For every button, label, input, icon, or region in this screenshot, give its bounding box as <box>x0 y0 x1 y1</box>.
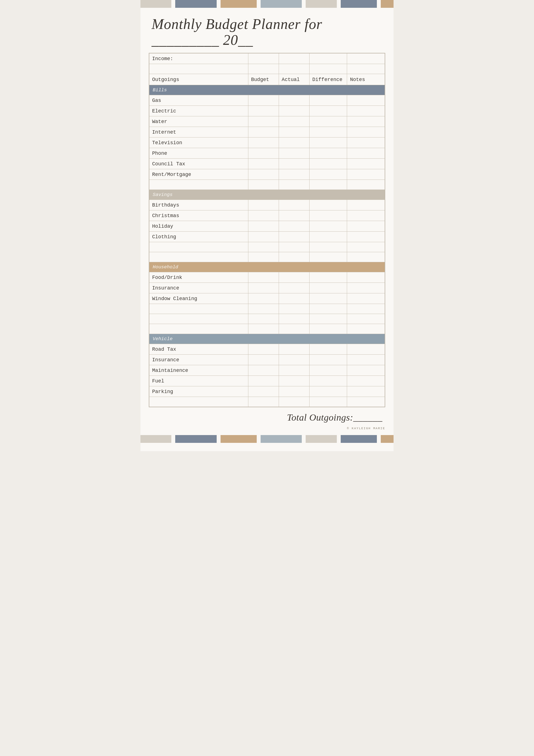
color-bot-seg-5 <box>306 435 337 443</box>
label-parking: Parking <box>149 386 248 397</box>
bottom-color-bar <box>140 435 394 443</box>
income-difference <box>309 53 347 64</box>
column-header-row: Outgoings Budget Actual Difference Notes <box>149 74 385 85</box>
col-budget-header: Budget <box>248 74 279 85</box>
income-label: Income: <box>149 53 248 64</box>
vehicle-category-row: Vehicle <box>149 334 385 344</box>
vehicle-label: Vehicle <box>149 334 385 344</box>
row-insurance-household: Insurance <box>149 283 385 293</box>
row-insurance-vehicle: Insurance <box>149 355 385 365</box>
spacer-household-2 <box>149 314 385 324</box>
color-seg-2 <box>175 0 216 8</box>
label-holiday: Holiday <box>149 221 248 231</box>
row-window-cleaning: Window Cleaning <box>149 293 385 304</box>
color-seg-3 <box>220 0 257 8</box>
color-bot-seg-2 <box>175 435 216 443</box>
color-gap-6 <box>377 0 381 8</box>
footer-area: Total Outgoings:______ <box>140 407 394 426</box>
row-television: Television <box>149 138 385 148</box>
bills-category-row: Bills <box>149 85 385 95</box>
row-gas: Gas <box>149 95 385 106</box>
label-clothing: Clothing <box>149 231 248 242</box>
spacer-savings-1 <box>149 242 385 252</box>
color-seg-6 <box>341 0 377 8</box>
color-gap-5 <box>337 0 341 8</box>
color-bot-gap-4 <box>302 435 306 443</box>
row-road-tax: Road Tax <box>149 344 385 355</box>
income-actual <box>279 53 309 64</box>
color-gap-1 <box>171 0 175 8</box>
label-insurance-household: Insurance <box>149 283 248 293</box>
row-internet: Internet <box>149 127 385 138</box>
row-christmas: Christmas <box>149 210 385 221</box>
row-birthdays: Birthdays <box>149 200 385 210</box>
savings-category-row: Savings <box>149 190 385 200</box>
label-maintainence: Maintainence <box>149 365 248 376</box>
label-insurance-vehicle: Insurance <box>149 355 248 365</box>
page-title: Monthly Budget Planner for _________ 20_… <box>152 16 382 48</box>
col-outgoings-header: Outgoings <box>149 74 248 85</box>
row-parking: Parking <box>149 386 385 397</box>
copyright-text: © KAYLEIGH MARIE <box>140 426 394 432</box>
color-gap-3 <box>257 0 261 8</box>
color-seg-7 <box>381 0 394 8</box>
col-actual-header: Actual <box>279 74 309 85</box>
label-road-tax: Road Tax <box>149 344 248 355</box>
label-christmas: Christmas <box>149 210 248 221</box>
spacer-household-3 <box>149 324 385 334</box>
color-bot-gap-1 <box>171 435 175 443</box>
page: Monthly Budget Planner for _________ 20_… <box>140 0 394 451</box>
col-notes-header: Notes <box>347 74 385 85</box>
color-seg-5 <box>306 0 337 8</box>
color-bot-seg-7 <box>381 435 394 443</box>
label-television: Television <box>149 138 248 148</box>
color-bot-gap-5 <box>337 435 341 443</box>
spacer-vehicle-1 <box>149 397 385 407</box>
row-maintainence: Maintainence <box>149 365 385 376</box>
budget-table-container: Income: Outgoings Budget Actual Differen… <box>149 53 385 407</box>
color-seg-4 <box>261 0 302 8</box>
row-food-drink: Food/Drink <box>149 272 385 283</box>
savings-label: Savings <box>149 190 385 200</box>
label-window-cleaning: Window Cleaning <box>149 293 248 304</box>
header: Monthly Budget Planner for _________ 20_… <box>140 8 394 53</box>
label-fuel: Fuel <box>149 376 248 386</box>
top-color-bar <box>140 0 394 8</box>
spacer-row-1 <box>149 64 385 74</box>
color-seg-1 <box>140 0 171 8</box>
income-notes <box>347 53 385 64</box>
label-birthdays: Birthdays <box>149 200 248 210</box>
label-internet: Internet <box>149 127 248 138</box>
row-holiday: Holiday <box>149 221 385 231</box>
row-clothing: Clothing <box>149 231 385 242</box>
label-gas: Gas <box>149 95 248 106</box>
household-label: Household <box>149 262 385 272</box>
budget-table: Income: Outgoings Budget Actual Differen… <box>149 53 385 407</box>
label-food-drink: Food/Drink <box>149 272 248 283</box>
color-bot-gap-3 <box>257 435 261 443</box>
household-category-row: Household <box>149 262 385 272</box>
label-council-tax: Council Tax <box>149 159 248 169</box>
color-bot-seg-3 <box>220 435 257 443</box>
label-rent-mortgage: Rent/Mortgage <box>149 169 248 180</box>
spacer-savings-2 <box>149 252 385 262</box>
spacer-household-1 <box>149 304 385 314</box>
row-fuel: Fuel <box>149 376 385 386</box>
row-rent-mortgage: Rent/Mortgage <box>149 169 385 180</box>
spacer-bills-1 <box>149 180 385 190</box>
color-gap-4 <box>302 0 306 8</box>
label-electric: Electric <box>149 106 248 116</box>
total-outgoings-label: Total Outgoings:______ <box>287 412 382 423</box>
income-budget <box>248 53 279 64</box>
col-difference-header: Difference <box>309 74 347 85</box>
row-council-tax: Council Tax <box>149 159 385 169</box>
color-gap-2 <box>216 0 220 8</box>
color-bot-seg-4 <box>261 435 302 443</box>
color-bot-seg-6 <box>341 435 377 443</box>
color-bot-gap-2 <box>216 435 220 443</box>
row-electric: Electric <box>149 106 385 116</box>
color-bot-gap-6 <box>377 435 381 443</box>
label-water: Water <box>149 116 248 127</box>
income-row: Income: <box>149 53 385 64</box>
color-bot-seg-1 <box>140 435 171 443</box>
